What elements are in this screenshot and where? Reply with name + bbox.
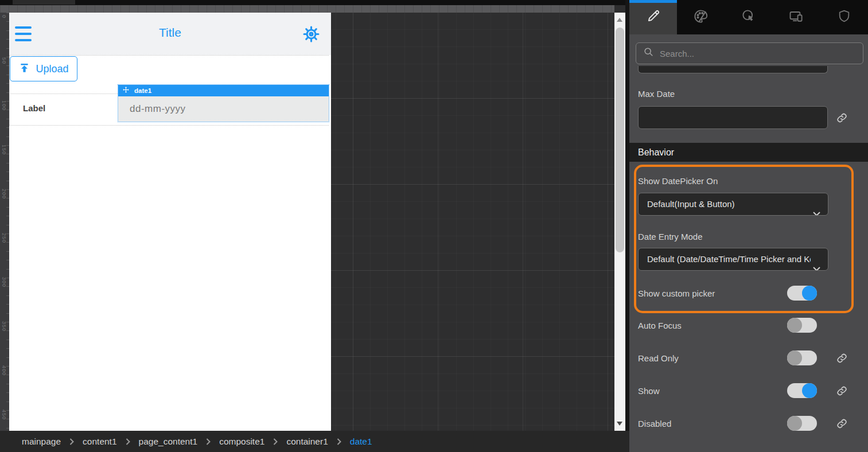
app-window: 0 50 100 150 200 250 300 350 400 450 Tit… [0,0,868,452]
chevron-right-icon [337,438,341,445]
max-date-input[interactable] [638,106,828,129]
canvas-grid[interactable] [331,13,614,431]
search-input[interactable] [660,49,843,59]
widget-drag-handle[interactable]: date1 [118,85,329,96]
date-entry-mode-select[interactable]: Default (Date/DateTime/Time Picker and K… [638,248,828,271]
auto-focus-toggle[interactable] [787,318,817,333]
selected-value: Default (Date/DateTime/Time Picker and K… [647,248,811,270]
panel-tabs [629,0,868,34]
tab-events[interactable] [725,0,772,34]
breadcrumb-item-page-content1[interactable]: page_content1 [139,437,198,447]
breadcrumb-item-mainpage[interactable]: mainpage [22,437,61,447]
date-widget-selected[interactable]: date1 dd-mm-yyyy [118,84,329,122]
widget-name-label: date1 [134,87,151,94]
date-entry-mode-label: Date Entry Mode [638,232,703,241]
show-custom-picker-toggle[interactable] [787,286,817,301]
ruler-label: 400 [1,365,7,376]
ruler-label: 150 [1,145,7,155]
show-toggle[interactable] [787,383,817,398]
ruler-label: 250 [1,233,7,243]
read-only-toggle[interactable] [787,350,817,365]
chevron-right-icon [206,438,211,445]
date-input[interactable]: dd-mm-yyyy [118,96,329,122]
breadcrumb-item-container1[interactable]: container1 [286,437,328,447]
bind-property-icon[interactable] [836,352,848,365]
show-custom-picker-label: Show custom picker [638,289,715,298]
chevron-right-icon [69,438,74,445]
upload-icon [18,62,30,76]
canvas-top-bar [0,0,629,5]
row-divider [9,125,329,126]
ruler-label: 50 [1,57,7,64]
upload-button-label: Upload [36,63,68,75]
section-header-behavior[interactable]: Behavior [629,143,868,162]
ruler-label: 300 [1,277,7,287]
palette-icon [693,9,709,26]
disabled-toggle[interactable] [787,416,817,431]
scroll-up-arrow[interactable] [617,18,622,22]
tab-security[interactable] [820,0,868,34]
design-canvas[interactable]: Title [9,13,331,431]
search-icon [644,47,654,60]
ruler-label: 200 [1,189,7,199]
shield-icon [837,9,851,26]
devices-icon [788,8,804,26]
scroll-down-arrow[interactable] [617,422,622,426]
scrollbar-thumb[interactable] [616,28,624,252]
ruler-label: 100 [1,100,7,111]
ruler-label: 350 [1,321,7,332]
gear-icon[interactable] [302,25,320,43]
properties-panel: Max Date Behavior Show DatePicker On Def… [629,0,868,452]
show-datepicker-on-label: Show DatePicker On [638,176,718,186]
max-date-label: Max Date [638,89,675,99]
chevron-down-icon [813,202,820,216]
show-datepicker-on-select[interactable]: Default(Input & Button) [638,193,828,216]
tab-styles[interactable] [677,0,725,34]
row-divider [9,55,329,56]
show-label: Show [638,386,660,396]
upload-button[interactable]: Upload [10,56,77,81]
breadcrumb: mainpage content1 page_content1 composit… [0,431,629,452]
canvas-top-tab [13,0,75,5]
selected-value: Default(Input & Button) [647,193,811,215]
chevron-right-icon [126,438,130,445]
pencil-icon [646,9,661,26]
date-input-placeholder: dd-mm-yyyy [130,103,186,115]
vertical-ruler: 0 50 100 150 200 250 300 350 400 450 [0,13,9,431]
breadcrumb-item-date1[interactable]: date1 [350,437,372,447]
property-search[interactable] [636,42,863,64]
page-title[interactable]: Title [9,26,331,40]
field-caption[interactable]: Label [23,103,45,113]
canvas-scrollbar[interactable] [614,13,625,431]
tab-devices[interactable] [773,0,820,34]
breadcrumb-item-composite1[interactable]: composite1 [219,437,264,447]
scrolled-input-bottom [638,66,828,73]
chevron-down-icon [813,258,820,271]
breadcrumb-item-content1[interactable]: content1 [83,437,116,447]
bind-property-icon[interactable] [836,385,848,398]
ruler-label: 450 [1,410,7,420]
inspect-icon [741,9,757,26]
disabled-label: Disabled [638,419,671,428]
bind-property-icon[interactable] [836,418,848,430]
auto-focus-label: Auto Focus [638,321,682,330]
phone-header[interactable]: Title [9,13,331,55]
horizontal-ruler [0,5,614,13]
tab-properties[interactable] [629,0,677,34]
bind-property-icon[interactable] [836,112,848,124]
ruler-label: 0 [1,15,7,18]
panel-divider [625,0,629,452]
chevron-right-icon [273,438,278,445]
read-only-label: Read Only [638,353,679,363]
move-icon [122,85,130,96]
